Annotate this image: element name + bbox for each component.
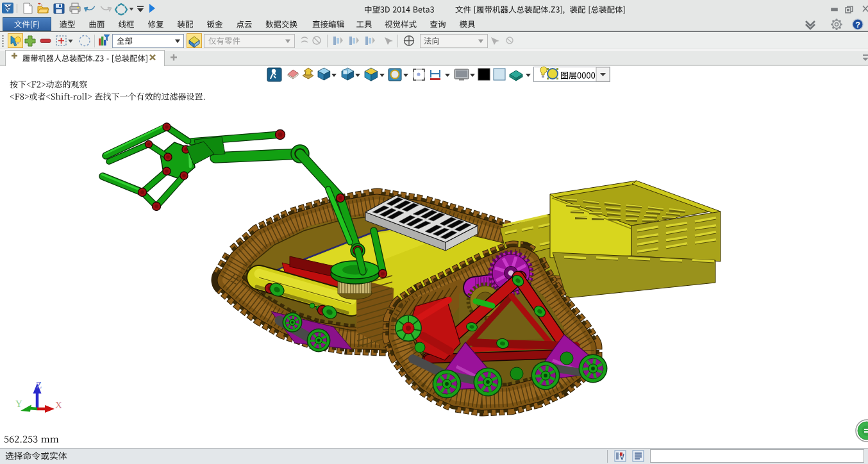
svg-text:?: ? xyxy=(855,21,860,29)
svg-text:X: X xyxy=(55,400,62,410)
svg-text:Y: Y xyxy=(15,399,22,409)
svg-text:Z: Z xyxy=(36,380,42,390)
